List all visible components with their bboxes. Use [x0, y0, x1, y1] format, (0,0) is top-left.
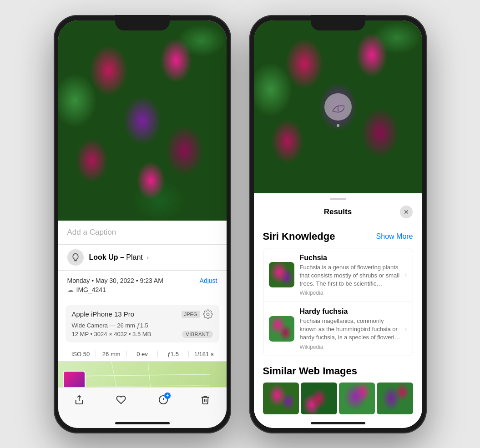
heart-icon [116, 395, 126, 405]
lookup-chevron: › [147, 254, 149, 261]
similar-img-3[interactable] [339, 383, 375, 414]
share-button[interactable] [74, 395, 84, 405]
right-screen: Results ✕ Siri Knowledge Show More Fuchs… [254, 20, 422, 428]
right-phone: Results ✕ Siri Knowledge Show More Fuchs… [249, 15, 427, 433]
delete-button[interactable] [200, 395, 210, 405]
left-screen: Add a Caption Look Up – Plant › Monday •… [58, 20, 227, 428]
siri-knowledge-title: Siri Knowledge [263, 231, 335, 242]
hardy-thumb [269, 316, 294, 342]
results-content: Siri Knowledge Show More Fuchsia Fuchsia… [254, 223, 422, 428]
fuchsia-source: Wikipedia [300, 290, 401, 296]
fuchsia-chevron: › [404, 271, 407, 279]
lookup-text: Look Up – [89, 253, 124, 261]
exif-ev: 0 ev [127, 351, 158, 357]
filename-text: IMG_4241 [76, 286, 106, 293]
cloud-icon: ☁ [67, 286, 74, 293]
lookup-subject: Plant [126, 253, 142, 261]
similar-section: Similar Web Images [263, 365, 413, 414]
trash-icon [200, 395, 210, 405]
vi-dot [337, 124, 339, 127]
adjust-button[interactable]: Adjust [200, 277, 217, 284]
exif-shutter: 1/181 s [189, 351, 219, 357]
fuchsia-thumb [269, 262, 294, 287]
vibrant-badge: VIBRANT [182, 331, 212, 338]
filename-row: ☁ IMG_4241 [67, 286, 217, 293]
right-photo-area[interactable] [254, 20, 422, 193]
camera-info: Wide Camera — 26 mm ƒ1.5 [72, 322, 213, 329]
results-title: Results [324, 207, 352, 216]
device-name: Apple iPhone 13 Pro [72, 310, 135, 318]
info-button[interactable]: ✦ [158, 395, 168, 405]
hardy-chevron: › [404, 325, 407, 333]
knowledge-item-hardy[interactable]: Hardy fuchsia Fuchsia magellanica, commo… [263, 302, 413, 356]
right-notch [311, 15, 365, 30]
hardy-source: Wikipedia [300, 344, 401, 350]
hardy-desc: Fuchsia magellanica, commonly known as t… [300, 317, 401, 342]
similar-img-1[interactable] [263, 383, 299, 414]
hardy-body: Hardy fuchsia Fuchsia magellanica, commo… [300, 307, 401, 350]
results-header: Results ✕ [254, 200, 422, 223]
lookup-icon [67, 249, 84, 266]
date-row: Monday • May 30, 2022 • 9:23 AM Adjust [67, 277, 217, 284]
specs-row: 12 MP • 3024 × 4032 • 3.5 MB VIBRANT [72, 331, 213, 338]
notch [115, 15, 170, 30]
flower-image [58, 20, 227, 221]
info-badge: ✦ [164, 392, 171, 399]
exif-aperture: ƒ1.5 [158, 351, 189, 357]
leaf-icon [332, 101, 344, 113]
knowledge-item-fuchsia[interactable]: Fuchsia Fuchsia is a genus of flowering … [263, 248, 413, 302]
lookup-label: Look Up – Plant › [89, 253, 149, 262]
mp-info: 12 MP • 3024 × 4032 • 3.5 MB [72, 331, 152, 337]
info-section: Monday • May 30, 2022 • 9:23 AM Adjust ☁… [58, 271, 227, 300]
similar-title: Similar Web Images [263, 365, 413, 377]
caption-area[interactable]: Add a Caption [58, 221, 227, 245]
like-button[interactable] [116, 395, 126, 405]
share-icon [74, 395, 84, 405]
show-more-button[interactable]: Show More [376, 232, 413, 241]
svg-line-1 [75, 374, 210, 376]
photo-area[interactable] [58, 20, 227, 221]
device-section: Apple iPhone 13 Pro JPEG Wide Camera — 2… [66, 305, 219, 342]
lookup-row[interactable]: Look Up – Plant › [58, 245, 227, 271]
right-home-indicator [311, 422, 365, 424]
hardy-name: Hardy fuchsia [300, 307, 401, 316]
similar-img-4[interactable] [377, 383, 413, 414]
fuchsia-body: Fuchsia Fuchsia is a genus of flowering … [300, 254, 401, 297]
close-button[interactable]: ✕ [400, 206, 413, 218]
svg-point-0 [207, 313, 209, 316]
fuchsia-desc: Fuchsia is a genus of flowering plants t… [300, 263, 401, 288]
exif-focal: 26 mm [96, 351, 127, 357]
device-row: Apple iPhone 13 Pro JPEG [72, 309, 213, 319]
knowledge-card: Fuchsia Fuchsia is a genus of flowering … [263, 248, 413, 356]
home-indicator [115, 422, 170, 424]
visual-intelligence-circle[interactable] [324, 93, 352, 121]
jpeg-badge: JPEG [182, 311, 200, 318]
exif-iso: ISO 50 [66, 351, 96, 357]
left-phone: Add a Caption Look Up – Plant › Monday •… [54, 15, 231, 433]
siri-knowledge-header: Siri Knowledge Show More [263, 231, 413, 242]
caption-placeholder[interactable]: Add a Caption [67, 228, 116, 237]
exif-row: ISO 50 26 mm 0 ev ƒ1.5 1/181 s [58, 347, 227, 362]
results-sheet: Results ✕ Siri Knowledge Show More Fuchs… [254, 193, 422, 428]
similar-img-2[interactable] [301, 383, 337, 414]
date-text: Monday • May 30, 2022 • 9:23 AM [67, 277, 163, 284]
similar-grid [263, 383, 413, 414]
badges: JPEG [182, 309, 213, 319]
fuchsia-name: Fuchsia [300, 254, 401, 262]
gear-icon [203, 309, 213, 319]
